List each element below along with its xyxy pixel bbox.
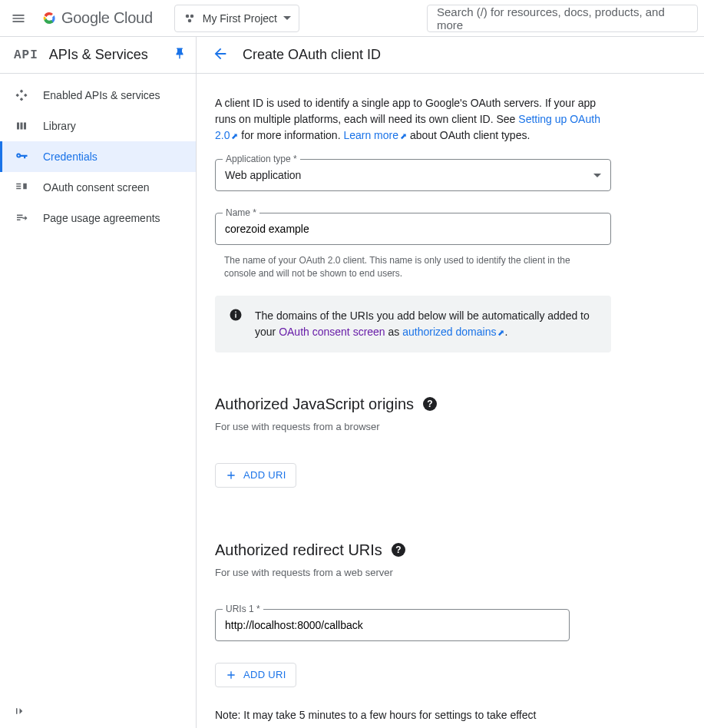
sidebar-item-credentials[interactable]: Credentials xyxy=(0,141,196,172)
info-banner: The domains of the URIs you add below wi… xyxy=(215,296,611,352)
application-type-field[interactable]: Application type * Web application xyxy=(215,159,611,191)
js-origins-title-text: Authorized JavaScript origins xyxy=(215,395,414,413)
svg-point-1 xyxy=(190,14,193,18)
project-icon xyxy=(183,12,197,25)
application-type-label: Application type * xyxy=(223,154,300,164)
js-origins-sub: For use with requests from a browser xyxy=(215,421,611,432)
name-field: Name * xyxy=(215,213,611,245)
add-redirect-uri-button[interactable]: ADD URI xyxy=(215,663,296,687)
name-helper: The name of your OAuth 2.0 client. This … xyxy=(215,251,611,280)
infobox-part2: as xyxy=(385,326,403,338)
consent-icon xyxy=(14,180,29,194)
search-placeholder: Search (/) for resources, docs, products… xyxy=(437,5,688,31)
sidebar-item-enabled-apis[interactable]: Enabled APIs & services xyxy=(0,80,196,111)
application-type-value: Web application xyxy=(225,169,301,181)
dropdown-caret-icon xyxy=(593,174,601,177)
dropdown-caret-icon xyxy=(283,16,291,20)
collapse-sidebar-icon[interactable] xyxy=(14,704,28,720)
add-js-origin-label: ADD URI xyxy=(243,469,286,481)
sidebar-item-label: Library xyxy=(43,120,76,132)
subheader-left: API APIs & Services xyxy=(0,37,197,73)
name-label: Name * xyxy=(223,207,259,218)
info-icon xyxy=(229,308,243,326)
redirect-uris-sub: For use with requests from a web server xyxy=(215,567,611,578)
project-name: My First Project xyxy=(203,12,277,25)
agreements-icon xyxy=(14,211,29,225)
svg-rect-5 xyxy=(235,311,236,313)
search-input[interactable]: Search (/) for resources, docs, products… xyxy=(427,5,698,32)
project-selector[interactable]: My First Project xyxy=(174,5,299,32)
svg-point-2 xyxy=(187,18,191,22)
sidebar: Enabled APIs & services Library Credenti… xyxy=(0,74,197,728)
link-oauth-consent-screen[interactable]: OAuth consent screen xyxy=(279,326,385,338)
link-authorized-domains[interactable]: authorized domains⬈ xyxy=(402,326,504,338)
main-layout: Enabled APIs & services Library Credenti… xyxy=(0,74,704,728)
note-text: Note: It may take 5 minutes to a few hou… xyxy=(215,709,611,721)
diamond-icon xyxy=(14,88,29,102)
external-link-icon: ⬈ xyxy=(400,131,407,141)
subheader: API APIs & Services Create OAuth client … xyxy=(0,37,704,74)
svg-point-0 xyxy=(185,14,189,18)
add-redirect-uri-label: ADD URI xyxy=(243,669,286,680)
library-icon xyxy=(14,119,29,133)
infobox-part3: . xyxy=(504,326,507,338)
key-icon xyxy=(14,150,29,164)
sidebar-item-label: Enabled APIs & services xyxy=(43,89,160,101)
redirect-uris-title: Authorized redirect URIs ? xyxy=(215,541,611,559)
intro-text: A client ID is used to identify a single… xyxy=(215,95,611,144)
logo-text-cloud: Cloud xyxy=(114,9,153,26)
help-icon[interactable]: ? xyxy=(392,543,405,557)
sidebar-item-library[interactable]: Library xyxy=(0,111,196,141)
help-icon[interactable]: ? xyxy=(423,397,437,411)
name-input[interactable] xyxy=(225,223,601,235)
link-learn-more[interactable]: Learn more⬈ xyxy=(343,129,407,141)
google-cloud-logo[interactable]: Google Cloud xyxy=(40,9,153,28)
add-js-origin-button[interactable]: ADD URI xyxy=(215,463,296,488)
intro-part2: for more information. xyxy=(238,129,343,141)
sidebar-item-page-usage[interactable]: Page usage agreements xyxy=(0,203,196,233)
uri1-input[interactable] xyxy=(225,619,560,631)
page-title: Create OAuth client ID xyxy=(243,47,381,63)
hamburger-menu-icon[interactable] xyxy=(9,9,28,28)
sidebar-item-label: OAuth consent screen xyxy=(43,181,150,194)
api-logo: API xyxy=(14,48,38,62)
uri1-field: URIs 1 * xyxy=(215,609,570,641)
redirect-uris-title-text: Authorized redirect URIs xyxy=(215,541,382,559)
sidebar-item-label: Credentials xyxy=(43,151,98,163)
pin-icon[interactable] xyxy=(173,47,187,63)
section-title: APIs & Services xyxy=(49,47,148,63)
plus-icon xyxy=(225,669,237,681)
intro-part3: about OAuth client types. xyxy=(407,129,530,141)
back-arrow-icon[interactable] xyxy=(212,45,229,65)
svg-rect-4 xyxy=(235,313,236,317)
js-origins-title: Authorized JavaScript origins ? xyxy=(215,395,611,413)
sidebar-item-label: Page usage agreements xyxy=(43,212,160,224)
cloud-logo-icon xyxy=(40,9,58,28)
content: A client ID is used to identify a single… xyxy=(197,74,704,728)
plus-icon xyxy=(225,469,237,481)
subheader-right: Create OAuth client ID xyxy=(197,45,381,65)
uri1-label: URIs 1 * xyxy=(223,604,263,614)
sidebar-item-consent-screen[interactable]: OAuth consent screen xyxy=(0,172,196,203)
topbar: Google Cloud My First Project Search (/)… xyxy=(0,0,704,37)
logo-text-google: Google xyxy=(61,9,110,26)
